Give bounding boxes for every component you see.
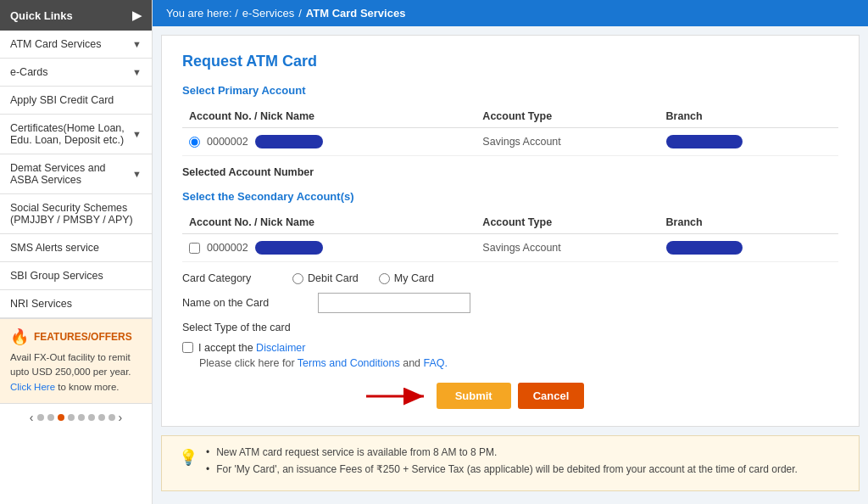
breadcrumb-parent[interactable]: e-Services — [242, 7, 294, 20]
primary-col-account: Account No. / Nick Name — [182, 105, 476, 128]
submit-row: Submit Cancel — [182, 383, 838, 409]
secondary-col-branch: Branch — [659, 211, 838, 234]
sidebar-expand-icon[interactable]: ▶ — [132, 8, 142, 22]
notes-section: 💡 New ATM card request service is availa… — [161, 435, 860, 491]
breadcrumb-separator: / — [298, 7, 302, 20]
features-text: Avail FX-Out facility to remit upto USD … — [10, 350, 142, 395]
pagination-dot-4[interactable] — [68, 414, 75, 421]
secondary-account-checkbox[interactable] — [189, 243, 200, 254]
sidebar-item-sms-alerts[interactable]: SMS Alerts service — [0, 234, 152, 262]
disclaimer-row: I accept the Disclaimer — [182, 342, 838, 354]
pagination-dot-1[interactable] — [37, 414, 44, 421]
sidebar-item-label: Certificates(Home Loan, Edu. Loan, Depos… — [10, 122, 132, 146]
my-card-option[interactable]: My Card — [379, 272, 434, 284]
breadcrumb-current: ATM Card Services — [306, 7, 406, 20]
table-row: 0000002 Savings Account — [182, 234, 838, 262]
features-title: FEATURES/OFFERS — [34, 331, 132, 343]
submit-button[interactable]: Submit — [437, 383, 511, 409]
primary-account-table: Account No. / Nick Name Account Type Bra… — [182, 105, 838, 156]
sidebar-item-atm-card-services[interactable]: ATM Card Services ▼ — [0, 31, 152, 59]
features-link[interactable]: Click Here — [10, 382, 55, 392]
sidebar-item-label: Apply SBI Credit Card — [10, 94, 114, 106]
name-on-card-label: Name on the Card — [182, 297, 318, 309]
card-category-row: Card Category Debit Card My Card — [182, 272, 838, 284]
secondary-col-account: Account No. / Nick Name — [182, 211, 476, 234]
blurred-branch-name — [666, 135, 743, 148]
sidebar-item-label: ATM Card Services — [10, 38, 101, 50]
notes-list: New ATM card request service is availabl… — [206, 446, 798, 480]
sidebar-item-nri-services[interactable]: NRI Services — [0, 290, 152, 318]
secondary-account-table: Account No. / Nick Name Account Type Bra… — [182, 211, 838, 262]
name-on-card-input[interactable] — [318, 293, 470, 313]
card-category-options: Debit Card My Card — [292, 272, 838, 284]
pagination-dot-5[interactable] — [78, 414, 85, 421]
primary-account-radio[interactable] — [189, 137, 200, 148]
pagination-dot-8[interactable] — [108, 414, 115, 421]
sidebar-item-demat-services[interactable]: Demat Services and ASBA Services ▼ — [0, 154, 152, 194]
primary-col-branch: Branch — [659, 105, 838, 128]
sidebar-item-e-cards[interactable]: e-Cards ▼ — [0, 59, 152, 87]
sidebar-pagination: ‹ › — [0, 403, 152, 431]
faq-link[interactable]: FAQ. — [424, 357, 448, 369]
debit-card-label: Debit Card — [308, 272, 359, 284]
disclaimer-checkbox[interactable] — [182, 342, 193, 353]
card-type-label: Select Type of the card — [182, 322, 318, 333]
card-type-row: Select Type of the card — [182, 322, 838, 333]
primary-account-number: 0000002 — [182, 128, 476, 156]
primary-col-type: Account Type — [476, 105, 659, 128]
pagination-dot-3[interactable] — [58, 414, 64, 421]
sidebar-item-social-security[interactable]: Social Security Schemes (PMJJBY / PMSBY … — [0, 194, 152, 234]
page-title: Request ATM Card — [182, 53, 838, 70]
my-card-radio[interactable] — [379, 273, 390, 284]
sidebar-item-label: e-Cards — [10, 66, 47, 78]
terms-row: Please click here for Terms and Conditio… — [199, 357, 838, 369]
pagination-dot-2[interactable] — [47, 414, 54, 421]
secondary-account-number: 0000002 — [182, 234, 476, 262]
breadcrumb: You are here: / e-Services / ATM Card Se… — [153, 0, 868, 26]
main-content: You are here: / e-Services / ATM Card Se… — [153, 0, 868, 504]
table-row: 0000002 Savings Account — [182, 128, 838, 156]
terms-link[interactable]: Terms and Conditions — [298, 357, 400, 369]
card-category-label: Card Category — [182, 272, 292, 284]
sidebar-item-sbi-group[interactable]: SBI Group Services — [0, 262, 152, 290]
primary-branch — [659, 128, 838, 156]
blurred-secondary-account — [255, 241, 323, 255]
my-card-label: My Card — [394, 272, 434, 284]
note-item-2: For 'My Card', an issuance Fees of ₹250 … — [206, 463, 798, 475]
chevron-down-icon: ▼ — [132, 39, 142, 49]
secondary-col-type: Account Type — [476, 211, 659, 234]
cancel-button[interactable]: Cancel — [518, 383, 585, 409]
secondary-section-title: Select the Secondary Account(s) — [182, 190, 838, 203]
sidebar-item-label: Demat Services and ASBA Services — [10, 162, 132, 186]
chevron-down-icon: ▼ — [132, 169, 142, 179]
sidebar-item-label: Social Security Schemes (PMJJBY / PMSBY … — [10, 202, 142, 226]
pagination-dot-7[interactable] — [98, 414, 105, 421]
pagination-dot-6[interactable] — [88, 414, 95, 421]
sidebar-item-label: SBI Group Services — [10, 270, 103, 282]
name-on-card-row: Name on the Card — [182, 293, 838, 313]
breadcrumb-prefix: You are here: / — [166, 7, 238, 20]
sidebar-title: Quick Links — [10, 9, 73, 22]
pagination-prev-button[interactable]: ‹ — [30, 411, 34, 424]
name-on-card-value — [318, 293, 838, 313]
blurred-account-number — [255, 135, 323, 148]
debit-card-option[interactable]: Debit Card — [292, 272, 359, 284]
disclaimer-link[interactable]: Disclaimer — [256, 342, 305, 354]
chevron-down-icon: ▼ — [132, 129, 142, 139]
chevron-down-icon: ▼ — [132, 67, 142, 77]
arrow-indicator-icon — [366, 386, 434, 406]
selected-account-label: Selected Account Number — [182, 166, 838, 178]
bulb-icon: 💡 — [179, 448, 198, 467]
primary-account-type: Savings Account — [476, 128, 659, 156]
sidebar: Quick Links ▶ ATM Card Services ▼ e-Card… — [0, 0, 153, 504]
sidebar-item-label: SMS Alerts service — [10, 242, 99, 254]
pagination-next-button[interactable]: › — [119, 411, 123, 424]
debit-card-radio[interactable] — [292, 273, 303, 284]
sidebar-item-certificates[interactable]: Certificates(Home Loan, Edu. Loan, Depos… — [0, 115, 152, 154]
primary-section-title: Select Primary Account — [182, 84, 838, 97]
sidebar-item-apply-sbi-credit-card[interactable]: Apply SBI Credit Card — [0, 87, 152, 115]
features-offers-section: 🔥 FEATURES/OFFERS Avail FX-Out facility … — [0, 318, 152, 403]
features-header: 🔥 FEATURES/OFFERS — [10, 328, 142, 346]
secondary-branch — [659, 234, 838, 262]
main-form-card: Request ATM Card Select Primary Account … — [161, 35, 860, 427]
